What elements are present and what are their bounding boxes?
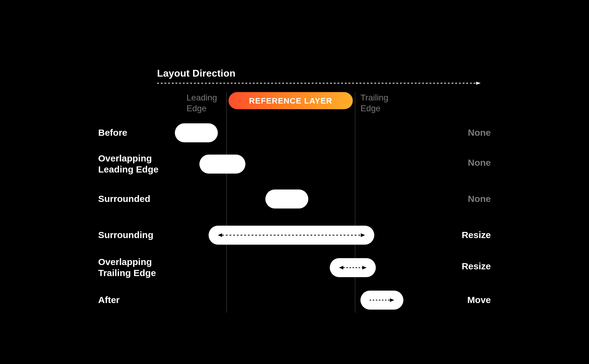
- trailing-edge-label-line2: Edge: [360, 104, 380, 113]
- outcome-before: None: [468, 127, 491, 138]
- leading-edge-label-line1: Leading: [187, 93, 217, 102]
- layer-pill-overlapping-trailing: [330, 258, 376, 277]
- double-arrow-icon: [339, 265, 367, 271]
- svg-marker-7: [362, 266, 367, 270]
- trailing-edge-guideline: [355, 92, 355, 313]
- trailing-edge-label: Trailing Edge: [360, 92, 400, 114]
- outcome-after: Move: [467, 294, 491, 305]
- row-label-overlapping-leading: Overlapping Leading Edge: [98, 153, 178, 175]
- row-label-overlapping-trailing-l1: Overlapping: [98, 257, 152, 267]
- reference-layer-label: REFERENCE LAYER: [249, 96, 332, 105]
- svg-marker-9: [390, 298, 394, 302]
- row-label-overlapping-trailing-l2: Trailing Edge: [98, 268, 156, 278]
- diagram-stage: Layout Direction Leading Edge Trailing E…: [74, 46, 515, 319]
- trailing-edge-label-line1: Trailing: [360, 93, 388, 102]
- outcome-surrounding: Resize: [462, 229, 491, 241]
- row-label-overlapping-leading-l1: Overlapping: [98, 153, 152, 163]
- direction-arrow-icon: [157, 82, 481, 85]
- row-label-overlapping-leading-l2: Leading Edge: [98, 164, 159, 174]
- outcome-surrounded: None: [468, 193, 491, 204]
- row-label-overlapping-trailing: Overlapping Trailing Edge: [98, 256, 178, 279]
- layout-direction-title: Layout Direction: [157, 68, 236, 79]
- svg-marker-1: [476, 82, 481, 85]
- right-arrow-icon: [370, 298, 394, 303]
- leading-edge-label: Leading Edge: [187, 92, 226, 114]
- row-label-surrounded: Surrounded: [98, 193, 178, 204]
- row-label-after: After: [98, 294, 178, 305]
- layer-pill-before: [175, 123, 218, 142]
- layer-pill-after: [360, 291, 403, 310]
- outcome-overlapping-trailing: Resize: [462, 261, 491, 272]
- outcome-overlapping-leading: None: [468, 157, 491, 168]
- leading-edge-guideline: [226, 92, 227, 313]
- reference-layer-pill: REFERENCE LAYER: [229, 92, 353, 109]
- row-label-before: Before: [98, 127, 178, 138]
- leading-edge-label-line2: Edge: [187, 104, 206, 113]
- svg-marker-4: [361, 233, 365, 237]
- layer-pill-surrounding: [209, 226, 374, 245]
- svg-marker-6: [339, 266, 343, 270]
- svg-marker-3: [218, 233, 222, 237]
- layer-pill-surrounded: [265, 190, 308, 209]
- row-label-surrounding: Surrounding: [98, 229, 178, 241]
- double-arrow-icon: [218, 233, 365, 238]
- layer-pill-overlapping-leading: [199, 155, 245, 174]
